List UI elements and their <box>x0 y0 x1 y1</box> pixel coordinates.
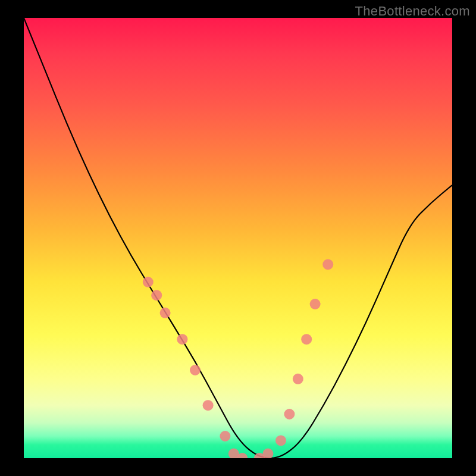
highlight-dot <box>284 409 295 419</box>
highlight-dot <box>160 308 171 318</box>
highlight-dot <box>190 365 201 375</box>
highlight-dot <box>322 259 333 270</box>
bottleneck-curve <box>24 18 452 458</box>
watermark-text: TheBottleneck.com <box>355 4 470 19</box>
highlight-dot <box>220 431 230 441</box>
highlight-dot <box>203 400 214 411</box>
chart-frame: TheBottleneck.com <box>0 0 476 476</box>
highlight-dot <box>143 277 154 287</box>
highlight-dot <box>301 334 312 345</box>
highlight-dot <box>151 290 162 300</box>
highlight-dots <box>143 259 333 458</box>
highlight-dot <box>275 435 286 446</box>
plot-area <box>24 18 452 458</box>
highlight-dot <box>177 334 187 345</box>
highlight-dot <box>310 299 321 309</box>
highlight-dot <box>293 374 303 384</box>
chart-svg <box>24 18 452 458</box>
highlight-dot <box>262 449 273 458</box>
